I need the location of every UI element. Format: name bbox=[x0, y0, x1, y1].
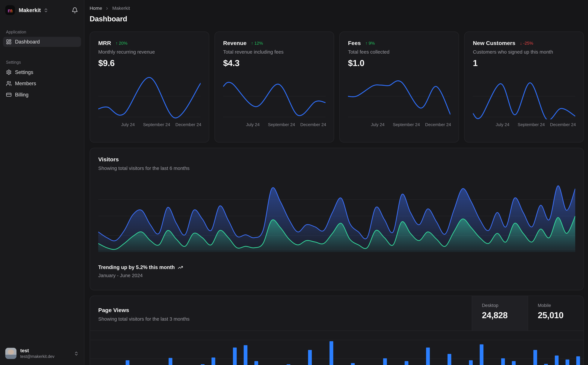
x-tick: September 24 bbox=[393, 122, 420, 127]
sidebar-item-label: Dashboard bbox=[15, 39, 40, 45]
breadcrumb-current: Makerkit bbox=[112, 6, 130, 11]
app-root: m Makerkit Application Dashboard Setting… bbox=[0, 0, 588, 365]
x-tick: December 24 bbox=[550, 122, 576, 127]
page-views-subtitle: Showing total visitors for the last 3 mo… bbox=[98, 316, 463, 322]
user-menu[interactable]: test test@makerkit.dev bbox=[3, 345, 81, 361]
mrr-sparkline-chart bbox=[98, 74, 201, 119]
page-views-bar-chart bbox=[90, 331, 583, 365]
workspace-selector[interactable]: m Makerkit bbox=[5, 5, 48, 15]
arrow-up-icon: ↑ bbox=[116, 41, 118, 45]
chevron-right-icon bbox=[105, 6, 109, 10]
stat-delta-value: 9% bbox=[369, 41, 375, 45]
visitors-title: Visitors bbox=[98, 156, 575, 162]
stat-delta-badge: ↓-25% bbox=[520, 41, 533, 45]
x-tick: September 24 bbox=[518, 122, 545, 127]
chevrons-up-down-icon bbox=[43, 8, 48, 12]
page-views-title: Page Views bbox=[98, 307, 463, 313]
workspace-name: Makerkit bbox=[19, 7, 41, 13]
sidebar-item-members[interactable]: Members bbox=[3, 78, 81, 89]
stat-value: 1 bbox=[473, 58, 575, 68]
screenshot-stage: m Makerkit Application Dashboard Setting… bbox=[0, 0, 588, 365]
sidebar-item-label: Members bbox=[15, 81, 36, 86]
bell-icon bbox=[72, 7, 78, 14]
stat-value: $9.6 bbox=[98, 58, 201, 68]
x-tick: December 24 bbox=[425, 122, 451, 127]
breadcrumb-home[interactable]: Home bbox=[90, 6, 102, 11]
user-name: test bbox=[20, 348, 55, 354]
breadcrumb: Home Makerkit bbox=[90, 5, 584, 11]
visitors-subtitle: Showing total visitors for the last 6 mo… bbox=[98, 165, 575, 171]
sparkline-x-axis: July 24 September 24 December 24 bbox=[473, 122, 575, 127]
section-label-settings: Settings bbox=[6, 60, 81, 64]
stat-subtitle: Monthly recurring revenue bbox=[98, 49, 201, 55]
main-content: Home Makerkit Dashboard MRR ↑20% Monthly… bbox=[84, 0, 588, 365]
members-icon bbox=[6, 81, 12, 86]
x-tick: September 24 bbox=[268, 122, 295, 127]
x-tick: December 24 bbox=[300, 122, 326, 127]
stat-subtitle: Customers who signed up this month bbox=[473, 49, 575, 55]
makerkit-logo: m bbox=[5, 5, 15, 15]
stat-value: $4.3 bbox=[223, 58, 325, 68]
fees-sparkline-chart bbox=[348, 74, 450, 119]
x-tick: July 24 bbox=[496, 122, 509, 127]
stat-delta-value: 20% bbox=[119, 41, 128, 45]
stat-delta-badge: ↑20% bbox=[116, 41, 128, 45]
sidebar-item-settings[interactable]: Settings bbox=[3, 67, 81, 77]
arrow-up-icon: ↑ bbox=[251, 41, 253, 45]
sidebar: m Makerkit Application Dashboard Setting… bbox=[0, 0, 84, 365]
stat-card-new-customers: New Customers ↓-25% Customers who signed… bbox=[464, 31, 584, 142]
stat-delta-value: -25% bbox=[523, 41, 533, 45]
dashboard-icon bbox=[6, 39, 12, 45]
sidebar-item-label: Settings bbox=[15, 69, 33, 75]
chevrons-up-down-icon bbox=[74, 351, 79, 356]
trending-up-icon bbox=[178, 265, 183, 270]
stat-title: New Customers bbox=[473, 40, 515, 46]
sparkline-x-axis: July 24 September 24 December 24 bbox=[223, 122, 325, 127]
stat-title: MRR bbox=[98, 40, 111, 46]
tab-value: 24,828 bbox=[482, 310, 528, 320]
tab-label: Mobile bbox=[538, 303, 583, 308]
user-info: test test@makerkit.dev bbox=[20, 348, 55, 359]
user-email: test@makerkit.dev bbox=[20, 354, 55, 359]
tab-value: 25,010 bbox=[538, 310, 583, 320]
stat-cards-row: MRR ↑20% Monthly recurring revenue $9.6 … bbox=[90, 31, 584, 142]
sidebar-header: m Makerkit bbox=[3, 5, 81, 15]
page-views-header: Page Views Showing total visitors for th… bbox=[90, 296, 583, 331]
visitors-area-chart bbox=[98, 180, 575, 252]
sparkline-x-axis: July 24 September 24 December 24 bbox=[348, 122, 450, 127]
stat-title: Fees bbox=[348, 40, 361, 46]
avatar bbox=[5, 348, 17, 359]
stat-delta-value: 12% bbox=[254, 41, 263, 45]
page-views-tabs: Desktop 24,828 Mobile 25,010 bbox=[472, 296, 583, 330]
revenue-sparkline-chart bbox=[223, 74, 325, 119]
x-tick: July 24 bbox=[121, 122, 135, 127]
tab-label: Desktop bbox=[482, 303, 528, 308]
logo-letter: m bbox=[8, 7, 13, 13]
page-title: Dashboard bbox=[90, 14, 584, 23]
stat-subtitle: Total fees collected bbox=[348, 49, 450, 55]
x-tick: July 24 bbox=[371, 122, 385, 127]
stat-card-mrr: MRR ↑20% Monthly recurring revenue $9.6 … bbox=[90, 31, 209, 142]
sparkline-x-axis: July 24 September 24 December 24 bbox=[98, 122, 201, 127]
tab-desktop[interactable]: Desktop 24,828 bbox=[472, 296, 528, 330]
stat-card-revenue: Revenue ↑12% Total revenue including fee… bbox=[214, 31, 334, 142]
visitors-footer: Trending up by 5.2% this month January -… bbox=[98, 264, 575, 278]
sidebar-item-billing[interactable]: Billing bbox=[3, 90, 81, 100]
tab-mobile[interactable]: Mobile 25,010 bbox=[528, 296, 583, 330]
notifications-button[interactable] bbox=[71, 6, 79, 14]
stat-card-fees: Fees ↑9% Total fees collected $1.0 July … bbox=[339, 31, 459, 142]
new-customers-sparkline-chart bbox=[473, 74, 575, 119]
arrow-down-icon: ↓ bbox=[520, 41, 522, 45]
x-tick: December 24 bbox=[175, 122, 201, 127]
sidebar-item-label: Billing bbox=[15, 92, 29, 98]
visitors-trend-text: Trending up by 5.2% this month bbox=[98, 264, 175, 270]
visitors-period: January - June 2024 bbox=[98, 273, 575, 278]
stat-subtitle: Total revenue including fees bbox=[223, 49, 325, 55]
gear-icon bbox=[6, 69, 12, 75]
stat-delta-badge: ↑9% bbox=[365, 41, 375, 45]
x-tick: September 24 bbox=[143, 122, 170, 127]
visitors-card: Visitors Showing total visitors for the … bbox=[90, 148, 584, 290]
sidebar-item-dashboard[interactable]: Dashboard bbox=[3, 37, 81, 47]
stat-title: Revenue bbox=[223, 40, 247, 46]
stat-delta-badge: ↑12% bbox=[251, 41, 263, 45]
